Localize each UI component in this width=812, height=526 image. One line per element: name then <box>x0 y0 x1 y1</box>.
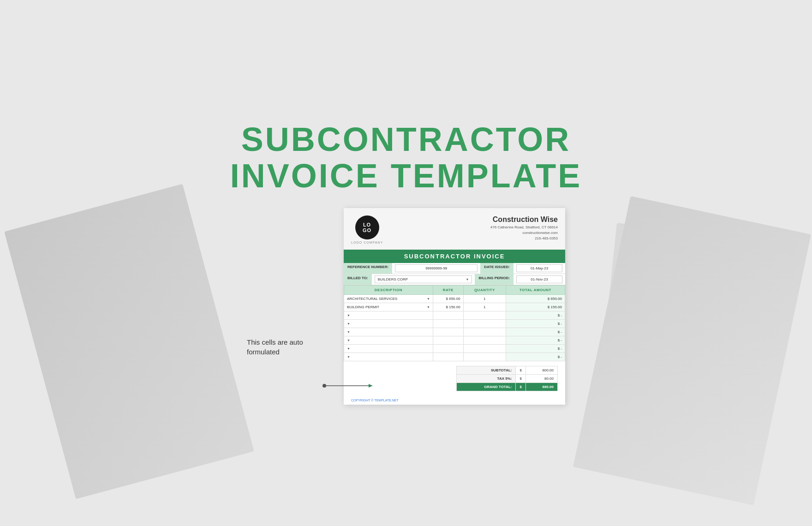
cell-quantity[interactable] <box>463 336 506 345</box>
col-total: TOTAL AMOUNT <box>506 286 565 295</box>
tax-row: TAX 5%: $ 80.00 <box>457 375 558 383</box>
cell-total: $ - <box>506 353 565 361</box>
subtotal-value: 800.00 <box>525 366 557 375</box>
company-logo: LOGO <box>355 215 379 239</box>
reference-value[interactable]: 99999999-99 <box>395 264 478 272</box>
cell-rate[interactable] <box>433 311 463 320</box>
col-quantity: QUANTITY <box>463 286 506 295</box>
line-items-table: DESCRIPTION RATE QUANTITY TOTAL AMOUNT A… <box>344 285 565 361</box>
invoice-title-bar: SUBCONTRACTOR INVOICE <box>344 250 565 263</box>
subtotal-row: SUBTOTAL: $ 800.00 <box>457 366 558 375</box>
billed-to-label: BILLED TO: <box>344 274 372 285</box>
cell-total: $ - <box>506 336 565 345</box>
billing-period-label: BILLING PERIOD: <box>475 274 513 285</box>
company-details: 476 Catherine Road, Stratford, CT 06614 … <box>490 225 558 241</box>
invoice-area: This cells are auto formulated LOGO LOGO… <box>247 208 565 405</box>
copyright: COPYRIGHT © TEMPLATE.NET <box>344 396 565 405</box>
annotation-text: This cells are auto formulated <box>247 337 330 357</box>
cell-description[interactable]: ▼ <box>344 353 433 361</box>
page-container: SUBCONTRACTOR INVOICE TEMPLATE This cell… <box>0 121 812 405</box>
cell-total: $ 650.00 <box>506 295 565 303</box>
cell-rate[interactable]: $ 650.00 <box>433 295 463 303</box>
tax-label: TAX 5%: <box>457 375 516 383</box>
invoice-document: LOGO LOGO COMPANY Construction Wise 476 … <box>344 208 565 405</box>
svg-point-0 <box>322 384 326 388</box>
tax-currency: $ <box>516 375 525 383</box>
cell-quantity[interactable] <box>463 311 506 320</box>
table-row: ▼$ - <box>344 311 565 320</box>
invoice-header: LOGO LOGO COMPANY Construction Wise 476 … <box>344 208 565 250</box>
totals-section: SUBTOTAL: $ 800.00 TAX 5%: $ 80.00 GRAND… <box>344 361 565 396</box>
cell-total: $ - <box>506 328 565 336</box>
cell-description[interactable]: ▼ <box>344 336 433 345</box>
company-name: Construction Wise <box>490 215 558 224</box>
cell-total: $ - <box>506 311 565 320</box>
table-row: ▼$ - <box>344 320 565 328</box>
grand-total-label: GRAND TOTAL: <box>457 383 516 391</box>
grand-total-currency: $ <box>516 383 525 391</box>
cell-total: $ 150.00 <box>506 303 565 311</box>
table-row: BUILDING PERMIT▼$ 150.001$ 150.00 <box>344 303 565 311</box>
cell-quantity[interactable] <box>463 328 506 336</box>
date-issued-label: DATE ISSUED: <box>480 263 513 274</box>
cell-rate[interactable] <box>433 345 463 353</box>
subtotal-currency: $ <box>516 366 525 375</box>
cell-quantity[interactable]: 1 <box>463 295 506 303</box>
totals-table: SUBTOTAL: $ 800.00 TAX 5%: $ 80.00 GRAND… <box>456 366 558 391</box>
date-issued-value[interactable]: 01-May-23 <box>516 264 562 272</box>
billed-to-value[interactable]: BUILDERS CORP ▼ <box>375 275 472 283</box>
grand-total-value: 880.00 <box>525 383 557 391</box>
page-title: SUBCONTRACTOR INVOICE TEMPLATE <box>230 121 582 194</box>
cell-description[interactable]: ARCHITECTURAL SERVICES▼ <box>344 295 433 303</box>
table-header-row: DESCRIPTION RATE QUANTITY TOTAL AMOUNT <box>344 286 565 295</box>
logo-company-label: LOGO COMPANY <box>351 241 383 244</box>
logo-area: LOGO LOGO COMPANY <box>351 215 383 244</box>
cell-quantity[interactable] <box>463 345 506 353</box>
dropdown-arrow: ▼ <box>466 278 469 281</box>
table-row: ▼$ - <box>344 345 565 353</box>
subtotal-label: SUBTOTAL: <box>457 366 516 375</box>
billed-to-row: BILLED TO: BUILDERS CORP ▼ BILLING PERIO… <box>344 274 565 285</box>
cell-quantity[interactable]: 1 <box>463 303 506 311</box>
cell-description[interactable]: ▼ <box>344 345 433 353</box>
cell-total: $ - <box>506 320 565 328</box>
billing-period-value[interactable]: 01-Nov-23 <box>516 275 562 283</box>
cell-quantity[interactable] <box>463 353 506 361</box>
grand-total-row: GRAND TOTAL: $ 880.00 <box>457 383 558 391</box>
cell-rate[interactable] <box>433 320 463 328</box>
table-row: ▼$ - <box>344 336 565 345</box>
table-row: ▼$ - <box>344 328 565 336</box>
cell-total: $ - <box>506 345 565 353</box>
cell-rate[interactable]: $ 150.00 <box>433 303 463 311</box>
tax-value: 80.00 <box>525 375 557 383</box>
col-rate: RATE <box>433 286 463 295</box>
cell-description[interactable]: ▼ <box>344 311 433 320</box>
cell-quantity[interactable] <box>463 320 506 328</box>
table-row: ARCHITECTURAL SERVICES▼$ 650.001$ 650.00 <box>344 295 565 303</box>
cell-description[interactable]: ▼ <box>344 320 433 328</box>
cell-rate[interactable] <box>433 336 463 345</box>
cell-rate[interactable] <box>433 328 463 336</box>
reference-label: REFERENCE NUMBER: <box>344 263 392 274</box>
company-info: Construction Wise 476 Catherine Road, St… <box>490 215 558 241</box>
cell-description[interactable]: ▼ <box>344 328 433 336</box>
col-description: DESCRIPTION <box>344 286 433 295</box>
cell-description[interactable]: BUILDING PERMIT▼ <box>344 303 433 311</box>
table-row: ▼$ - <box>344 353 565 361</box>
reference-row: REFERENCE NUMBER: 99999999-99 DATE ISSUE… <box>344 263 565 274</box>
cell-rate[interactable] <box>433 353 463 361</box>
